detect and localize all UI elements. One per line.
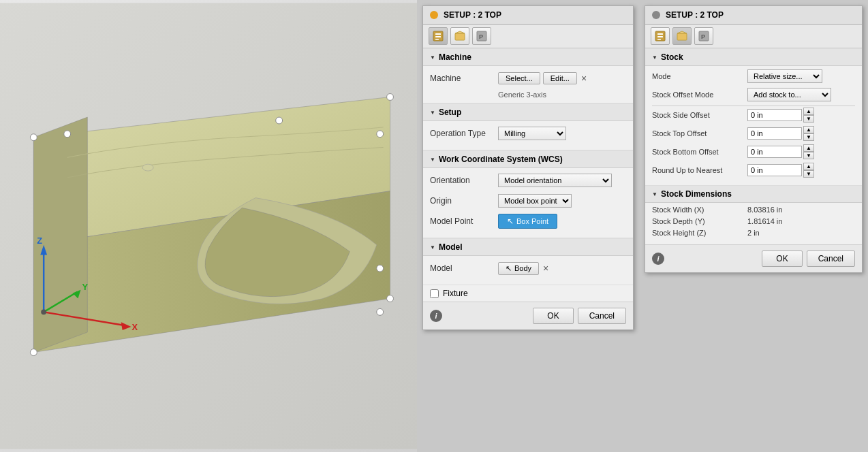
header-dot <box>430 11 438 19</box>
stock-side-offset-input[interactable] <box>747 109 802 121</box>
setup-section-label: Setup <box>439 108 461 117</box>
left-cancel-button[interactable]: Cancel <box>578 308 626 324</box>
stock-top-offset-spinner: ▲ ▼ <box>803 126 814 141</box>
machine-clear-button[interactable]: × <box>580 73 588 84</box>
stock-top-offset-input[interactable] <box>747 127 802 140</box>
tab-setup[interactable] <box>429 27 448 45</box>
stock-top-offset-down[interactable]: ▼ <box>803 133 814 141</box>
machine-select-button[interactable]: Select... <box>498 72 540 84</box>
stock-side-offset-down[interactable]: ▼ <box>803 115 814 123</box>
round-up-input[interactable] <box>747 164 802 176</box>
svg-rect-26 <box>435 36 441 37</box>
left-ok-button[interactable]: OK <box>533 308 573 324</box>
stock-offset-mode-select[interactable]: Add stock to... No additional stock <box>747 88 831 101</box>
stock-section-body: Mode Relative size... Fixed size From so… <box>645 66 862 185</box>
model-section-body: Model ↖ Body × <box>423 256 633 285</box>
origin-select[interactable]: Model box point Model origin Stock box p… <box>498 194 572 208</box>
svg-point-4 <box>142 164 153 171</box>
stock-bottom-offset-controls: ▲ ▼ <box>747 144 855 159</box>
body-button[interactable]: ↖ Body <box>498 262 539 275</box>
stock-bottom-offset-input[interactable] <box>747 146 802 158</box>
model-section-header[interactable]: ▼ Model <box>423 238 633 256</box>
svg-rect-34 <box>657 36 663 37</box>
orientation-select[interactable]: Model orientation Select Z axis/plane & … <box>498 174 612 187</box>
stock-dimensions-collapse-icon: ▼ <box>652 191 657 197</box>
setup-dialog: SETUP : 2 TOP P ▼ Machine Mach <box>422 5 634 330</box>
svg-rect-28 <box>455 33 465 40</box>
right-cancel-button[interactable]: Cancel <box>807 251 855 267</box>
stock-top-offset-controls: ▲ ▼ <box>747 126 855 141</box>
stock-dimensions-header[interactable]: ▼ Stock Dimensions <box>645 185 862 203</box>
model-clear-button[interactable]: × <box>542 263 550 274</box>
model-section-label: Model <box>439 242 463 252</box>
svg-rect-27 <box>435 39 439 40</box>
dialog-header: SETUP : 2 TOP <box>423 6 633 25</box>
stock-top-offset-up[interactable]: ▲ <box>803 126 814 133</box>
svg-text:P: P <box>701 33 705 40</box>
operation-type-label: Operation Type <box>430 129 498 138</box>
svg-text:P: P <box>479 33 483 40</box>
mode-select[interactable]: Relative size... Fixed size From solid <box>747 69 822 83</box>
machine-section-label: Machine <box>439 52 471 62</box>
mode-label: Mode <box>652 72 747 80</box>
tab-post[interactable]: P <box>472 27 491 45</box>
machine-label: Machine <box>430 74 498 83</box>
svg-point-7 <box>387 94 394 101</box>
machine-section-header[interactable]: ▼ Machine <box>423 48 633 66</box>
stock-depth-value: 1.81614 in <box>747 217 782 225</box>
stock-offset-mode-controls: Add stock to... No additional stock <box>747 88 855 101</box>
right-tab-post[interactable]: P <box>694 27 713 45</box>
stock-bottom-offset-row: Stock Bottom Offset ▲ ▼ <box>652 144 855 159</box>
3d-viewport: Z Y X <box>0 0 417 452</box>
stock-side-offset-row: Stock Side Offset ▲ ▼ <box>652 108 855 123</box>
right-toolbar: P <box>645 25 862 48</box>
stock-section-header[interactable]: ▼ Stock <box>645 48 862 66</box>
right-info-icon: i <box>652 253 664 265</box>
right-ok-button[interactable]: OK <box>762 251 802 267</box>
round-up-up[interactable]: ▲ <box>803 163 814 170</box>
model-point-controls: ↖ Box Point <box>498 214 626 229</box>
stock-top-offset-label: Stock Top Offset <box>652 129 747 138</box>
operation-type-select[interactable]: Milling Turning Jet <box>498 127 566 140</box>
origin-row: Origin Model box point Model origin Stoc… <box>430 193 626 209</box>
wcs-collapse-icon: ▼ <box>430 157 435 163</box>
round-up-row: Round Up to Nearest ▲ ▼ <box>652 163 855 178</box>
stock-width-value: 8.03816 in <box>747 206 782 214</box>
svg-point-11 <box>377 265 384 272</box>
machine-edit-button[interactable]: Edit... <box>543 72 577 84</box>
fixture-checkbox[interactable] <box>430 289 439 298</box>
svg-rect-33 <box>657 33 663 35</box>
svg-point-5 <box>30 134 37 141</box>
tab-stock[interactable] <box>450 27 469 45</box>
svg-text:Y: Y <box>82 282 88 292</box>
svg-text:X: X <box>131 322 138 332</box>
properties-header: SETUP : 2 TOP <box>645 6 862 25</box>
stock-bottom-offset-up[interactable]: ▲ <box>803 144 814 152</box>
machine-generic-text: Generic 3-axis <box>430 91 626 99</box>
model-label: Model <box>430 263 498 273</box>
machine-row: Machine Select... Edit... × <box>430 70 626 86</box>
properties-title: SETUP : 2 TOP <box>666 10 724 20</box>
machine-collapse-icon: ▼ <box>430 54 435 61</box>
right-tab-setup[interactable] <box>651 27 670 45</box>
stock-top-offset-row: Stock Top Offset ▲ ▼ <box>652 126 855 141</box>
model-collapse-icon: ▼ <box>430 244 435 251</box>
wcs-section-body: Orientation Model orientation Select Z a… <box>423 168 633 238</box>
left-toolbar: P <box>423 25 633 48</box>
box-point-button[interactable]: ↖ Box Point <box>498 214 557 229</box>
stock-height-row: Stock Height (Z) 2 in <box>652 229 855 237</box>
stock-side-offset-up[interactable]: ▲ <box>803 108 814 115</box>
left-dialog-footer: i OK Cancel <box>423 302 633 329</box>
stock-dimensions-body: Stock Width (X) 8.03816 in Stock Depth (… <box>645 203 862 244</box>
setup-section-header[interactable]: ▼ Setup <box>423 103 633 121</box>
stock-bottom-offset-down[interactable]: ▼ <box>803 152 814 159</box>
orientation-controls: Model orientation Select Z axis/plane & … <box>498 174 626 187</box>
wcs-section-header[interactable]: ▼ Work Coordinate System (WCS) <box>423 150 633 168</box>
properties-header-dot <box>652 11 660 19</box>
right-tab-stock[interactable] <box>672 27 692 45</box>
svg-rect-35 <box>657 39 661 40</box>
dialog-title: SETUP : 2 TOP <box>444 10 501 20</box>
round-up-down[interactable]: ▼ <box>803 170 814 178</box>
svg-point-12 <box>377 308 384 315</box>
stock-section-label: Stock <box>661 52 683 62</box>
